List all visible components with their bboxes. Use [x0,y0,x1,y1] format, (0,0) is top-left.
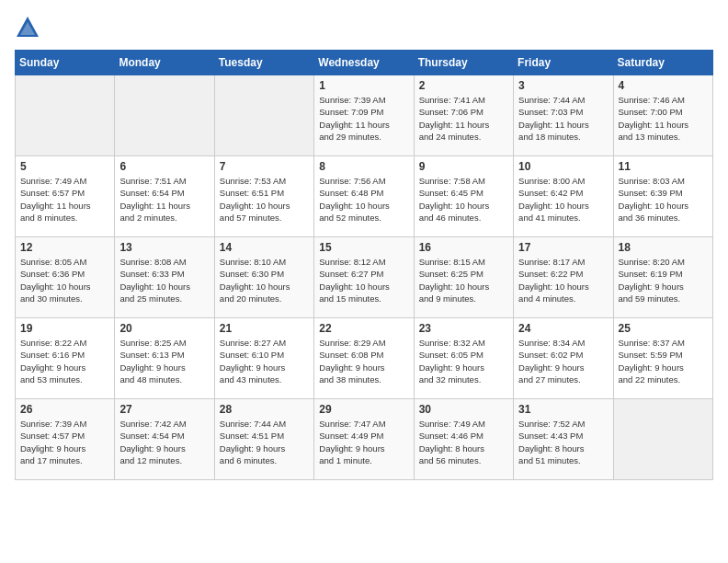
calendar-cell: 5Sunrise: 7:49 AM Sunset: 6:57 PM Daylig… [16,156,115,237]
day-info: Sunrise: 7:44 AM Sunset: 4:51 PM Dayligh… [220,418,309,466]
day-number: 13 [119,241,209,254]
day-number: 16 [419,241,508,254]
day-info: Sunrise: 8:20 AM Sunset: 6:19 PM Dayligh… [619,256,708,304]
day-number: 23 [419,322,508,335]
calendar-cell [115,75,214,156]
day-info: Sunrise: 8:08 AM Sunset: 6:33 PM Dayligh… [119,256,209,304]
page-header [15,15,713,40]
day-number: 25 [619,322,708,335]
logo-icon [15,15,40,40]
header-friday: Friday [514,51,613,75]
day-info: Sunrise: 7:53 AM Sunset: 6:51 PM Dayligh… [220,175,309,224]
day-info: Sunrise: 8:25 AM Sunset: 6:13 PM Dayligh… [119,337,209,385]
calendar-week-row: 5Sunrise: 7:49 AM Sunset: 6:57 PM Daylig… [16,156,713,237]
calendar-week-row: 1Sunrise: 7:39 AM Sunset: 7:09 PM Daylig… [16,75,713,156]
day-info: Sunrise: 7:49 AM Sunset: 6:57 PM Dayligh… [20,175,109,224]
calendar-cell: 25Sunrise: 8:37 AM Sunset: 5:59 PM Dayli… [613,318,712,399]
day-number: 31 [518,403,608,416]
day-number: 20 [119,322,209,335]
header-sunday: Sunday [16,51,115,75]
day-info: Sunrise: 8:12 AM Sunset: 6:27 PM Dayligh… [319,256,408,304]
day-number: 1 [319,79,408,92]
day-info: Sunrise: 7:46 AM Sunset: 7:00 PM Dayligh… [619,94,708,143]
day-number: 29 [319,403,408,416]
day-info: Sunrise: 7:42 AM Sunset: 4:54 PM Dayligh… [119,418,209,466]
calendar-cell: 1Sunrise: 7:39 AM Sunset: 7:09 PM Daylig… [314,75,414,156]
day-info: Sunrise: 7:47 AM Sunset: 4:49 PM Dayligh… [319,418,408,466]
calendar-cell: 2Sunrise: 7:41 AM Sunset: 7:06 PM Daylig… [414,75,513,156]
day-info: Sunrise: 7:51 AM Sunset: 6:54 PM Dayligh… [119,175,209,224]
calendar-cell: 15Sunrise: 8:12 AM Sunset: 6:27 PM Dayli… [314,237,414,318]
day-number: 24 [518,322,608,335]
day-info: Sunrise: 8:27 AM Sunset: 6:10 PM Dayligh… [220,337,309,385]
calendar-cell: 26Sunrise: 7:39 AM Sunset: 4:57 PM Dayli… [16,399,115,480]
calendar-cell: 14Sunrise: 8:10 AM Sunset: 6:30 PM Dayli… [214,237,313,318]
day-info: Sunrise: 8:32 AM Sunset: 6:05 PM Dayligh… [419,337,508,385]
day-number: 7 [220,160,309,173]
day-info: Sunrise: 7:39 AM Sunset: 4:57 PM Dayligh… [20,418,109,466]
calendar-cell: 27Sunrise: 7:42 AM Sunset: 4:54 PM Dayli… [115,399,214,480]
calendar-week-row: 26Sunrise: 7:39 AM Sunset: 4:57 PM Dayli… [16,399,713,480]
day-info: Sunrise: 8:29 AM Sunset: 6:08 PM Dayligh… [319,337,408,385]
header-saturday: Saturday [613,51,712,75]
day-number: 17 [518,241,608,254]
calendar-cell: 23Sunrise: 8:32 AM Sunset: 6:05 PM Dayli… [414,318,513,399]
day-info: Sunrise: 8:05 AM Sunset: 6:36 PM Dayligh… [20,256,109,304]
header-monday: Monday [115,51,214,75]
day-info: Sunrise: 8:22 AM Sunset: 6:16 PM Dayligh… [20,337,109,385]
day-info: Sunrise: 8:03 AM Sunset: 6:39 PM Dayligh… [619,175,708,224]
day-info: Sunrise: 7:44 AM Sunset: 7:03 PM Dayligh… [518,94,608,143]
day-info: Sunrise: 7:56 AM Sunset: 6:48 PM Dayligh… [319,175,408,224]
day-info: Sunrise: 7:58 AM Sunset: 6:45 PM Dayligh… [419,175,508,224]
calendar-cell: 6Sunrise: 7:51 AM Sunset: 6:54 PM Daylig… [115,156,214,237]
calendar-cell [214,75,313,156]
day-number: 22 [319,322,408,335]
day-number: 5 [20,160,109,173]
day-info: Sunrise: 7:39 AM Sunset: 7:09 PM Dayligh… [319,94,408,143]
calendar-cell: 22Sunrise: 8:29 AM Sunset: 6:08 PM Dayli… [314,318,414,399]
header-tuesday: Tuesday [214,51,313,75]
calendar-cell: 8Sunrise: 7:56 AM Sunset: 6:48 PM Daylig… [314,156,414,237]
day-number: 30 [419,403,508,416]
day-number: 6 [119,160,209,173]
calendar-cell: 18Sunrise: 8:20 AM Sunset: 6:19 PM Dayli… [613,237,712,318]
day-number: 11 [619,160,708,173]
calendar-cell: 12Sunrise: 8:05 AM Sunset: 6:36 PM Dayli… [16,237,115,318]
calendar-cell: 11Sunrise: 8:03 AM Sunset: 6:39 PM Dayli… [613,156,712,237]
day-number: 10 [518,160,608,173]
calendar-week-row: 12Sunrise: 8:05 AM Sunset: 6:36 PM Dayli… [16,237,713,318]
calendar-cell: 24Sunrise: 8:34 AM Sunset: 6:02 PM Dayli… [514,318,613,399]
calendar-week-row: 19Sunrise: 8:22 AM Sunset: 6:16 PM Dayli… [16,318,713,399]
calendar-cell: 28Sunrise: 7:44 AM Sunset: 4:51 PM Dayli… [214,399,313,480]
day-number: 2 [419,79,508,92]
day-number: 9 [419,160,508,173]
calendar-cell: 9Sunrise: 7:58 AM Sunset: 6:45 PM Daylig… [414,156,513,237]
calendar-header-row: SundayMondayTuesdayWednesdayThursdayFrid… [16,51,713,75]
day-number: 21 [220,322,309,335]
calendar-table: SundayMondayTuesdayWednesdayThursdayFrid… [15,50,713,480]
day-number: 18 [619,241,708,254]
header-wednesday: Wednesday [314,51,414,75]
day-number: 19 [20,322,109,335]
day-info: Sunrise: 8:15 AM Sunset: 6:25 PM Dayligh… [419,256,508,304]
day-info: Sunrise: 8:00 AM Sunset: 6:42 PM Dayligh… [518,175,608,224]
calendar-cell: 10Sunrise: 8:00 AM Sunset: 6:42 PM Dayli… [514,156,613,237]
day-number: 3 [518,79,608,92]
day-info: Sunrise: 8:34 AM Sunset: 6:02 PM Dayligh… [518,337,608,385]
calendar-cell: 16Sunrise: 8:15 AM Sunset: 6:25 PM Dayli… [414,237,513,318]
calendar-cell: 20Sunrise: 8:25 AM Sunset: 6:13 PM Dayli… [115,318,214,399]
day-info: Sunrise: 8:10 AM Sunset: 6:30 PM Dayligh… [220,256,309,304]
calendar-cell: 4Sunrise: 7:46 AM Sunset: 7:00 PM Daylig… [613,75,712,156]
day-info: Sunrise: 7:49 AM Sunset: 4:46 PM Dayligh… [419,418,508,466]
day-info: Sunrise: 7:52 AM Sunset: 4:43 PM Dayligh… [518,418,608,466]
day-info: Sunrise: 8:37 AM Sunset: 5:59 PM Dayligh… [619,337,708,385]
day-number: 26 [20,403,109,416]
day-number: 15 [319,241,408,254]
calendar-cell: 17Sunrise: 8:17 AM Sunset: 6:22 PM Dayli… [514,237,613,318]
calendar-cell: 3Sunrise: 7:44 AM Sunset: 7:03 PM Daylig… [514,75,613,156]
calendar-cell: 31Sunrise: 7:52 AM Sunset: 4:43 PM Dayli… [514,399,613,480]
day-number: 14 [220,241,309,254]
logo [15,15,44,40]
calendar-cell [613,399,712,480]
day-number: 8 [319,160,408,173]
